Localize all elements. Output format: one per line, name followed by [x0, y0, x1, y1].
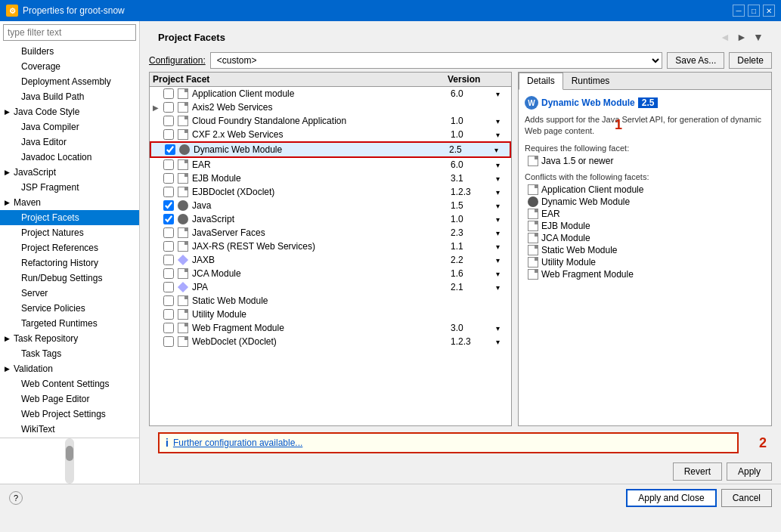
- close-button[interactable]: ✕: [763, 5, 775, 17]
- facet-checkbox-axis2[interactable]: [163, 102, 174, 113]
- facet-row-ear[interactable]: EAR6.0▾: [150, 158, 511, 172]
- facet-checkbox-jax-rs[interactable]: [163, 241, 174, 252]
- facet-row-jpa[interactable]: JPA2.1▾: [150, 280, 511, 294]
- facet-row-ejb[interactable]: EJB Module3.1▾: [150, 172, 511, 185]
- facet-row-jca[interactable]: JCA Module1.6▾: [150, 267, 511, 280]
- facet-dropdown-java[interactable]: ▾: [496, 202, 508, 210]
- facet-checkbox-dynamic-web[interactable]: [165, 144, 175, 155]
- sidebar-item-server[interactable]: Server: [0, 286, 139, 301]
- sidebar-item-web-content-settings[interactable]: Web Content Settings: [0, 376, 139, 391]
- sidebar-item-java-editor[interactable]: Java Editor: [0, 135, 139, 150]
- cancel-button[interactable]: Cancel: [721, 489, 772, 507]
- sidebar-item-validation[interactable]: ▶Validation: [0, 361, 139, 376]
- facet-dropdown-webdoclet[interactable]: ▾: [496, 338, 508, 346]
- sidebar-item-maven[interactable]: ▶Maven: [0, 195, 139, 210]
- maximize-button[interactable]: □: [748, 5, 760, 17]
- sidebar-item-jsp-fragment[interactable]: JSP Fragment: [0, 180, 139, 195]
- sidebar-item-builders[interactable]: Builders: [0, 44, 139, 59]
- facet-row-jaxb[interactable]: JAXB2.2▾: [150, 253, 511, 267]
- sidebar-item-project-facets[interactable]: Project Facets: [0, 210, 139, 225]
- facet-dropdown-web-fragment[interactable]: ▾: [496, 324, 508, 332]
- facet-checkbox-app-client[interactable]: [163, 88, 174, 99]
- facet-row-axis2[interactable]: ▶Axis2 Web Services: [150, 101, 511, 114]
- facet-dropdown-ejbdoclet[interactable]: ▾: [496, 188, 508, 196]
- facet-row-javascript[interactable]: JavaScript1.0▾: [150, 212, 511, 226]
- sidebar-item-wikitext[interactable]: WikiText: [0, 422, 139, 437]
- facet-row-dynamic-web[interactable]: Dynamic Web Module2.5▾: [150, 141, 511, 158]
- facet-dropdown-dynamic-web[interactable]: ▾: [494, 146, 507, 154]
- further-config-link[interactable]: Further configuration available...: [173, 438, 302, 448]
- filter-input[interactable]: [3, 24, 136, 41]
- facet-row-jax-rs[interactable]: JAX-RS (REST Web Services)1.1▾: [150, 240, 511, 253]
- facet-checkbox-utility[interactable]: [163, 309, 174, 320]
- minimize-button[interactable]: ─: [733, 5, 745, 17]
- facet-checkbox-jaxb[interactable]: [163, 255, 174, 265]
- apply-button[interactable]: Apply: [727, 462, 772, 481]
- facet-checkbox-webdoclet[interactable]: [163, 336, 174, 347]
- facet-row-utility[interactable]: Utility Module: [150, 308, 511, 321]
- nav-forward-button[interactable]: ►: [734, 29, 749, 45]
- tab-details[interactable]: Details: [519, 73, 563, 90]
- revert-button[interactable]: Revert: [673, 462, 722, 481]
- sidebar-item-targeted-runtimes[interactable]: Targeted Runtimes: [0, 316, 139, 331]
- facet-row-ejbdoclet[interactable]: EJBDoclet (XDoclet)1.2.3▾: [150, 185, 511, 199]
- facet-row-web-fragment[interactable]: Web Fragment Module3.0▾: [150, 321, 511, 335]
- scrollbar-track[interactable]: [65, 438, 74, 484]
- sidebar-item-run-debug-settings[interactable]: Run/Debug Settings: [0, 271, 139, 286]
- apply-and-close-button[interactable]: Apply and Close: [626, 489, 716, 507]
- facet-dropdown-jca[interactable]: ▾: [496, 270, 508, 278]
- facet-row-static-web[interactable]: Static Web Module: [150, 294, 511, 308]
- facet-checkbox-cxf[interactable]: [163, 129, 174, 140]
- sidebar-item-java-code-style[interactable]: ▶Java Code Style: [0, 104, 139, 119]
- nav-down-button[interactable]: ▼: [751, 29, 766, 45]
- sidebar-item-java-compiler[interactable]: Java Compiler: [0, 119, 139, 135]
- sidebar-item-javascript[interactable]: ▶JavaScript: [0, 165, 139, 180]
- facet-checkbox-ejbdoclet[interactable]: [163, 187, 174, 197]
- facet-dropdown-jax-rs[interactable]: ▾: [496, 243, 508, 251]
- facet-dropdown-cxf[interactable]: ▾: [496, 131, 508, 139]
- facet-checkbox-ear[interactable]: [163, 159, 174, 170]
- sidebar-item-refactoring-history[interactable]: Refactoring History: [0, 255, 139, 271]
- facet-checkbox-jpa[interactable]: [163, 282, 174, 292]
- sidebar-item-task-tags[interactable]: Task Tags: [0, 346, 139, 361]
- facet-checkbox-static-web[interactable]: [163, 295, 174, 306]
- facet-checkbox-javascript[interactable]: [163, 214, 174, 224]
- sidebar-item-project-references[interactable]: Project References: [0, 240, 139, 255]
- facet-checkbox-cloud-foundry[interactable]: [163, 116, 174, 126]
- facet-dropdown-ejb[interactable]: ▾: [496, 175, 508, 183]
- facet-dropdown-app-client[interactable]: ▾: [496, 90, 508, 98]
- facet-dropdown-ear[interactable]: ▾: [496, 161, 508, 169]
- facet-row-cloud-foundry[interactable]: Cloud Foundry Standalone Application1.0▾: [150, 114, 511, 128]
- facet-row-cxf[interactable]: CXF 2.x Web Services1.0▾: [150, 128, 511, 141]
- delete-button[interactable]: Delete: [729, 52, 772, 69]
- facet-checkbox-java[interactable]: [163, 200, 174, 211]
- sidebar-item-task-repository[interactable]: ▶Task Repository: [0, 331, 139, 346]
- facet-row-app-client[interactable]: Application Client module6.0▾: [150, 87, 511, 101]
- sidebar-item-deployment-assembly[interactable]: Deployment Assembly: [0, 74, 139, 89]
- facet-checkbox-web-fragment[interactable]: [163, 323, 174, 333]
- facet-dropdown-jpa[interactable]: ▾: [496, 283, 508, 292]
- facet-dropdown-cloud-foundry[interactable]: ▾: [496, 117, 508, 125]
- sidebar-item-web-page-editor[interactable]: Web Page Editor: [0, 391, 139, 407]
- sidebar-item-service-policies[interactable]: Service Policies: [0, 301, 139, 316]
- sidebar-item-project-natures[interactable]: Project Natures: [0, 225, 139, 240]
- facet-checkbox-jca[interactable]: [163, 268, 174, 279]
- facet-dropdown-javascript[interactable]: ▾: [496, 215, 508, 224]
- nav-back-button[interactable]: ◄: [717, 29, 733, 45]
- facet-row-java[interactable]: Java1.5▾: [150, 199, 511, 212]
- facet-dropdown-jaxb[interactable]: ▾: [496, 256, 508, 264]
- sidebar-item-java-build-path[interactable]: Java Build Path: [0, 89, 139, 104]
- facet-row-webdoclet[interactable]: WebDoclet (XDoclet)1.2.3▾: [150, 335, 511, 348]
- facet-row-jsf[interactable]: JavaServer Faces2.3▾: [150, 226, 511, 240]
- sidebar-item-coverage[interactable]: Coverage: [0, 59, 139, 74]
- tab-runtimes[interactable]: Runtimes: [563, 73, 618, 89]
- save-as-button[interactable]: Save As...: [667, 52, 724, 69]
- facet-checkbox-jsf[interactable]: [163, 227, 174, 238]
- sidebar-item-web-project-settings[interactable]: Web Project Settings: [0, 407, 139, 422]
- facet-checkbox-ejb[interactable]: [163, 173, 174, 184]
- facet-dropdown-jsf[interactable]: ▾: [496, 229, 508, 237]
- scrollbar-thumb[interactable]: [66, 446, 73, 461]
- help-icon[interactable]: ?: [9, 491, 23, 505]
- sidebar-item-javadoc-location[interactable]: Javadoc Location: [0, 150, 139, 165]
- config-select[interactable]: <custom>: [210, 52, 663, 69]
